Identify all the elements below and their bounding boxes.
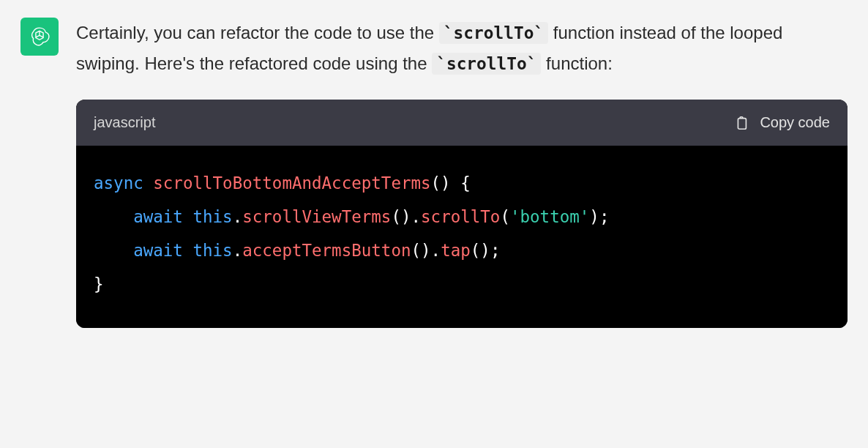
code-token-async: async <box>94 173 143 193</box>
inline-code-scrollto-2: `scrollTo` <box>432 53 541 75</box>
message-text-1: Certainly, you can refactor the code to … <box>76 23 439 42</box>
code-language-label: javascript <box>94 110 155 135</box>
code-token-scrollviewterms: scrollViewTerms <box>242 207 391 226</box>
assistant-avatar <box>20 18 59 56</box>
code-block-header: javascript Copy code <box>76 100 848 146</box>
code-token-this-2: this <box>192 241 232 260</box>
code-token-paren: () <box>431 173 451 193</box>
code-token-await-1: await <box>133 207 183 226</box>
inline-code-scrollto-1: `scrollTo` <box>439 22 548 44</box>
svg-rect-0 <box>738 118 747 129</box>
code-block-body[interactable]: async scrollToBottomAndAcceptTerms() { a… <box>76 146 848 328</box>
clipboard-icon <box>733 115 749 131</box>
code-token-fn-name: scrollToBottomAndAcceptTerms <box>153 173 430 193</box>
code-token-this-1: this <box>192 207 232 226</box>
message-text-3: function: <box>546 53 613 73</box>
copy-code-button[interactable]: Copy code <box>733 110 830 135</box>
assistant-message-row: Certainly, you can refactor the code to … <box>0 0 868 346</box>
assistant-message-body: Certainly, you can refactor the code to … <box>76 18 848 328</box>
code-token-string-bottom: 'bottom' <box>510 207 589 226</box>
code-token-brace-close: } <box>94 275 104 294</box>
assistant-logo-icon <box>27 24 52 49</box>
code-token-brace-open: { <box>451 173 471 193</box>
code-token-scrollto: scrollTo <box>421 207 500 226</box>
code-block: javascript Copy code async scrollToBotto… <box>76 100 848 328</box>
message-paragraph: Certainly, you can refactor the code to … <box>76 18 848 79</box>
code-token-await-2: await <box>133 241 183 260</box>
code-token-accepttermsbutton: acceptTermsButton <box>242 241 411 260</box>
code-token-tap: tap <box>441 241 471 260</box>
copy-code-label: Copy code <box>760 110 830 135</box>
